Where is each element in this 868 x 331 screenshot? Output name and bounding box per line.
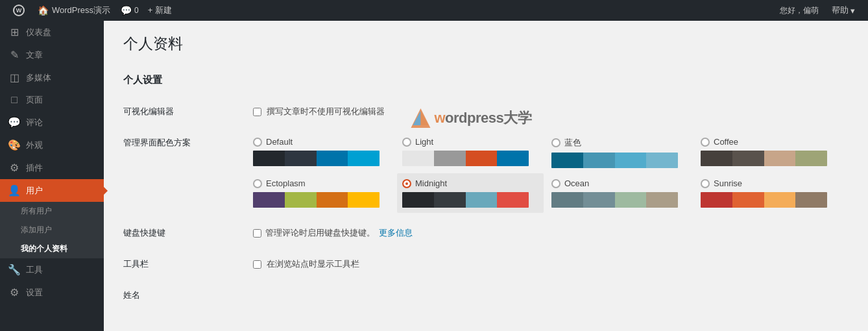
swatches-sunrise — [701, 192, 827, 208]
radio-ectoplasm[interactable] — [253, 179, 262, 188]
radio-ocean[interactable] — [551, 179, 561, 188]
visual-editor-checkbox-label: 撰写文章时不使用可视化编辑器 — [267, 106, 385, 117]
keyboard-label: 键盘快捷键 — [123, 228, 165, 238]
sidebar-item-appearance[interactable]: 🎨 外观 — [0, 134, 104, 156]
visual-editor-checkbox[interactable] — [253, 108, 261, 116]
swatch — [317, 192, 348, 208]
radio-blue[interactable] — [551, 138, 561, 147]
section-title: 个人设置 — [123, 74, 162, 85]
wp-logo-icon: W — [13, 5, 25, 16]
swatch — [701, 151, 732, 166]
color-scheme-sunrise[interactable]: Sunrise — [701, 178, 837, 208]
sidebar-label-dashboard: 仪表盘 — [26, 27, 96, 38]
sidebar-label-media: 多媒体 — [26, 72, 96, 84]
sidebar-item-pages[interactable]: □ 页面 — [0, 89, 104, 111]
submenu-all-users[interactable]: 所有用户 — [0, 202, 104, 221]
submenu-add-user[interactable]: 添加用户 — [0, 221, 104, 239]
toolbar-label: 工具栏 — [123, 259, 149, 269]
profile-form-table: 个人设置 可视化编辑器 撰写文章时不使用可视化编辑器 管理界面配色方案 — [123, 64, 849, 311]
sidebar-item-users[interactable]: 👤 用户 — [0, 179, 104, 202]
settings-icon: ⚙ — [8, 286, 21, 299]
name-row: 姓名 — [123, 280, 849, 311]
swatch — [466, 192, 498, 208]
swatch — [732, 192, 764, 208]
scheme-name-midnight: Midnight — [415, 178, 447, 188]
pages-icon: □ — [8, 94, 21, 106]
color-scheme-ocean[interactable]: Ocean — [551, 178, 688, 208]
new-content-item[interactable]: + 新建 — [143, 0, 177, 21]
greeting-item[interactable]: 您好，偏萌 — [773, 0, 825, 21]
sidebar-label-tools: 工具 — [26, 264, 96, 276]
scheme-name-default: Default — [266, 137, 293, 147]
swatch — [253, 192, 285, 208]
color-scheme-ectoplasm[interactable]: Ectoplasm — [253, 178, 389, 208]
sidebar-item-plugins[interactable]: ⚙ 插件 — [0, 156, 104, 179]
scheme-name-blue: 蓝色 — [564, 137, 581, 149]
users-arrow-icon — [104, 187, 108, 195]
help-button[interactable]: 帮助 ▾ — [825, 0, 862, 21]
users-icon: 👤 — [8, 184, 21, 197]
sidebar-label-users: 用户 — [26, 185, 96, 197]
color-scheme-label: 管理界面配色方案 — [123, 138, 191, 147]
comments-sidebar-icon: 💬 — [8, 116, 21, 129]
toolbar-control: 在浏览站点时显示工具栏 — [253, 258, 849, 270]
comment-count: 0 — [134, 6, 139, 15]
dashboard-icon: ⊞ — [8, 26, 21, 38]
keyboard-more-link[interactable]: 更多信息 — [379, 227, 413, 239]
swatch — [732, 151, 764, 166]
site-name-item[interactable]: 🏠 WordPress演示 — [31, 0, 117, 21]
swatches-blue — [551, 153, 678, 168]
users-submenu: 所有用户 添加用户 我的个人资料 — [0, 202, 104, 258]
swatch — [583, 153, 615, 168]
swatch — [402, 151, 434, 166]
visual-editor-label: 可视化编辑器 — [123, 106, 174, 116]
sidebar-item-dashboard[interactable]: ⊞ 仪表盘 — [0, 21, 104, 43]
keyboard-row: 键盘快捷键 管理评论时启用键盘快捷键。 更多信息 — [123, 217, 849, 249]
sidebar-item-posts[interactable]: ✎ 文章 — [0, 43, 104, 66]
color-scheme-midnight[interactable]: Midnight — [397, 173, 544, 213]
color-scheme-default[interactable]: Default — [253, 137, 389, 168]
radio-light[interactable] — [402, 138, 411, 147]
radio-coffee[interactable] — [701, 138, 710, 147]
swatch — [348, 192, 380, 208]
swatch — [434, 151, 466, 166]
keyboard-checkbox[interactable] — [253, 229, 261, 238]
sidebar-label-plugins: 插件 — [26, 162, 96, 174]
radio-default[interactable] — [253, 138, 262, 147]
sidebar-item-comments[interactable]: 💬 评论 — [0, 111, 104, 134]
swatches-default — [253, 151, 380, 166]
color-scheme-coffee[interactable]: Coffee — [701, 137, 837, 168]
swatch — [466, 151, 498, 166]
color-scheme-light[interactable]: Light — [402, 137, 538, 168]
scheme-name-coffee: Coffee — [714, 137, 738, 147]
swatch — [285, 151, 317, 166]
greeting-text: 您好，偏萌 — [780, 5, 819, 16]
swatch — [497, 151, 529, 166]
color-scheme-blue[interactable]: 蓝色 — [551, 137, 688, 168]
swatch — [285, 192, 317, 208]
site-name-label: WordPress演示 — [52, 5, 110, 16]
swatch — [434, 192, 466, 208]
swatch — [764, 151, 796, 166]
comments-item[interactable]: 💬 0 — [117, 0, 143, 21]
media-icon: ◫ — [8, 71, 21, 84]
color-scheme-row: 管理界面配色方案 DefaultLight蓝色CoffeeEctoplasmMi… — [123, 127, 849, 217]
toolbar-checkbox[interactable] — [253, 260, 261, 269]
swatch — [615, 192, 647, 208]
sidebar-label-appearance: 外观 — [26, 140, 96, 151]
radio-midnight[interactable] — [402, 179, 411, 188]
sidebar-item-media[interactable]: ◫ 多媒体 — [0, 66, 104, 89]
swatch — [583, 192, 615, 208]
submenu-profile[interactable]: 我的个人资料 — [0, 239, 104, 258]
new-label: + 新建 — [148, 5, 172, 16]
radio-sunrise[interactable] — [701, 179, 710, 188]
swatches-light — [402, 151, 529, 166]
color-schemes-grid: DefaultLight蓝色CoffeeEctoplasmMidnightOce… — [253, 137, 849, 208]
scheme-name-light: Light — [415, 137, 433, 147]
sidebar-label-settings: 设置 — [26, 287, 96, 299]
sidebar-item-settings[interactable]: ⚙ 设置 — [0, 281, 104, 304]
sidebar-item-tools[interactable]: 🔧 工具 — [0, 258, 104, 281]
posts-icon: ✎ — [8, 49, 21, 61]
scheme-name-ocean: Ocean — [564, 178, 589, 188]
wp-logo-item[interactable]: W — [6, 0, 31, 21]
